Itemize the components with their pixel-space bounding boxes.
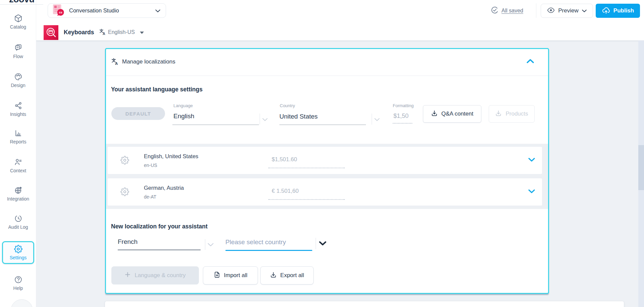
country-select-value[interactable]: United States	[279, 113, 318, 120]
new-language-underline	[118, 250, 201, 250]
sidebar-item-label: Reports	[10, 139, 26, 144]
logo[interactable]: zoovu	[0, 0, 36, 5]
sidebar-item-label: Integration	[7, 196, 29, 202]
format-sample-input[interactable]: € 1.501,60	[272, 188, 299, 194]
download-icon	[495, 110, 502, 118]
scrollbar-thumb[interactable]	[638, 145, 644, 190]
publish-button[interactable]: Publish	[596, 4, 640, 18]
save-status-text: All saved	[501, 8, 523, 14]
sidebar-item-help[interactable]: Help	[0, 275, 36, 291]
user-avatar[interactable]: AK	[11, 299, 33, 307]
country-field-label: Country	[280, 103, 295, 108]
localization-row-en-us[interactable]: English, United States en-US $1,501.60	[108, 147, 542, 174]
format-sample-underline	[268, 199, 345, 200]
format-sample-underline	[268, 168, 345, 168]
sidebar-item-integration[interactable]: Integration	[0, 186, 36, 202]
sidebar-item-label: Settings	[10, 255, 27, 260]
localization-title: English, United States	[144, 153, 198, 160]
app-root: zoovu Catalog Flow Design Insights Repor…	[0, 0, 644, 307]
country-chevron-down-icon[interactable]	[374, 117, 380, 123]
app-selector-dropdown[interactable]: cs Conversation Studio	[48, 3, 166, 18]
panel-title: Manage localizations	[122, 58, 175, 65]
cs-badge: cs	[59, 10, 62, 14]
all-saved-status[interactable]: All saved	[491, 6, 523, 15]
check-circle-icon	[491, 6, 498, 15]
cube-icon	[14, 14, 22, 23]
add-language-country-label: Language & country	[135, 272, 185, 279]
sidebar-item-settings[interactable]: Settings	[2, 241, 34, 264]
products-button[interactable]: Products	[489, 105, 535, 123]
next-section-card	[105, 301, 624, 307]
preview-button[interactable]: Preview	[541, 4, 593, 18]
new-language-select-divider	[205, 239, 205, 250]
palette-icon	[14, 73, 22, 81]
sidebar-item-insights[interactable]: Insights	[0, 101, 36, 117]
new-language-chevron-down-icon[interactable]	[208, 242, 214, 248]
eye-icon	[547, 7, 555, 14]
new-language-select-value[interactable]: French	[118, 238, 138, 246]
chevron-down-icon	[582, 8, 587, 14]
localization-row-de-at[interactable]: German, Austria de-AT € 1.501,60	[108, 178, 542, 206]
formatting-label: Formatting	[393, 103, 414, 108]
sidebar-item-flow[interactable]: Flow	[0, 44, 36, 59]
add-language-country-button[interactable]: Language & country	[111, 266, 199, 284]
new-country-active-underline	[225, 250, 312, 251]
new-country-select-divider	[316, 238, 316, 249]
app-selector-label: Conversation Studio	[69, 7, 155, 14]
keyboards-app-icon	[44, 25, 58, 40]
sidebar-item-label: Catalog	[10, 24, 26, 30]
export-all-button[interactable]: Export all	[260, 266, 314, 284]
format-sample-input[interactable]: $1,501.60	[272, 156, 297, 163]
header-divider	[536, 3, 536, 18]
locale-caret-icon[interactable]	[140, 32, 144, 34]
sidebar-item-label: Design	[11, 83, 25, 88]
cloud-upload-icon	[602, 6, 610, 15]
language-select-value[interactable]: English	[173, 113, 194, 120]
sidebar-item-context[interactable]: Context	[0, 158, 36, 173]
assistant-language-settings-heading: Your assistant language settings	[111, 86, 203, 93]
language-chevron-down-icon[interactable]	[262, 117, 268, 123]
qa-content-button[interactable]: Q&A content	[423, 105, 481, 123]
top-divider-line	[0, 4, 43, 5]
svg-text:A: A	[115, 61, 118, 65]
sidebar-item-label: Help	[13, 286, 23, 291]
preview-button-label: Preview	[558, 7, 578, 14]
locale-selector[interactable]: English-US	[108, 29, 135, 35]
products-label: Products	[505, 111, 528, 117]
clock-icon	[14, 214, 22, 223]
gear-icon[interactable]	[120, 156, 129, 166]
sidebar-item-design[interactable]: Design	[0, 73, 36, 88]
translate-icon: A	[111, 57, 119, 67]
expand-row-chevron-down-icon[interactable]	[528, 157, 535, 163]
language-underline	[172, 125, 259, 125]
expand-row-chevron-down-icon[interactable]	[528, 189, 535, 195]
sidebar-item-label: Audit Log	[8, 224, 28, 230]
localization-title: German, Austria	[144, 185, 184, 191]
new-country-select-placeholder[interactable]: Please select country	[225, 238, 286, 246]
share-nodes-icon	[14, 101, 22, 110]
gear-icon[interactable]	[120, 187, 129, 198]
person-list-icon	[14, 158, 22, 166]
sidebar-item-label: Context	[10, 168, 26, 173]
sidebar-item-reports[interactable]: Reports	[0, 129, 36, 144]
import-all-label: Import all	[224, 272, 248, 279]
sidebar-item-label: Flow	[13, 54, 23, 59]
download-icon	[431, 110, 438, 118]
import-all-button[interactable]: Import all	[203, 266, 258, 284]
localization-code: de-AT	[144, 194, 156, 200]
default-badge: DEFAULT	[111, 107, 165, 120]
sidebar-item-label: Insights	[10, 112, 26, 117]
chevron-down-icon	[155, 8, 160, 14]
formatting-dotted-underline	[393, 115, 412, 124]
file-import-icon	[214, 271, 220, 280]
scrollbar-track[interactable]	[638, 41, 644, 307]
sidebar-item-audit-log[interactable]: Audit Log	[0, 214, 36, 230]
qa-content-label: Q&A content	[441, 111, 473, 117]
new-country-chevron-down-icon[interactable]	[319, 241, 326, 247]
conversation-studio-app-icon: cs	[52, 3, 65, 18]
logo-text: zoovu	[9, 0, 35, 5]
gear-icon	[14, 245, 22, 253]
sidebar-item-catalog[interactable]: Catalog	[0, 14, 36, 30]
collapse-panel-chevron-up-icon[interactable]	[526, 58, 535, 65]
localization-code: en-US	[144, 163, 157, 168]
